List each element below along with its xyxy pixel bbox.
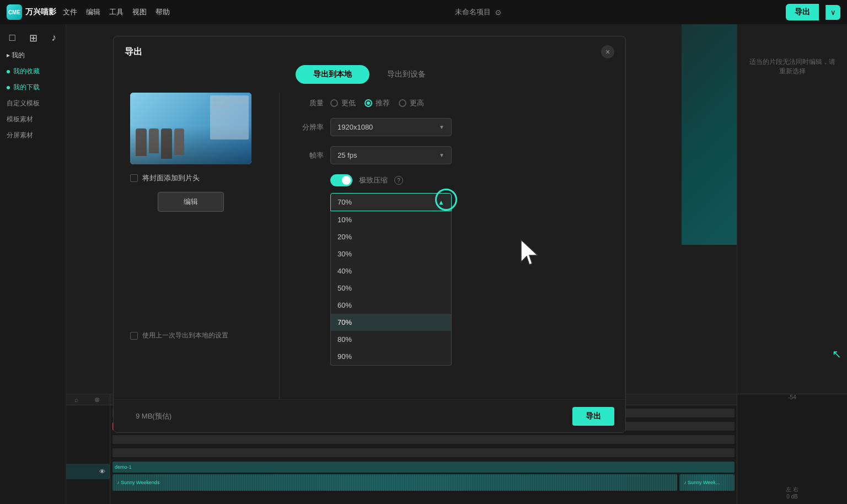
tab-device[interactable]: 导出到设备 [369, 65, 443, 84]
menu-tools[interactable]: 工具 [109, 7, 124, 17]
option-80[interactable]: 80% [331, 331, 451, 348]
dropdown-options-list: 10% 20% 30% 40% 50% 60% 70% 80% 90% [330, 211, 452, 366]
project-status-icon: ⊙ [495, 8, 501, 17]
sidebar-item-template[interactable]: 模板素材 [0, 111, 66, 127]
use-prev-row: 使用上一次导出到本地的设置 [130, 331, 251, 351]
menu-edit[interactable]: 编辑 [86, 7, 100, 17]
dropdown-arrow-icon: ▲ [438, 199, 444, 206]
right-panel: 适当的片段无法同时编辑，请重新选择 ↖ [737, 24, 847, 394]
quality-recommended-dot [364, 99, 372, 107]
option-60[interactable]: 60% [331, 297, 451, 314]
vis-icon-demo[interactable]: 👁 [99, 468, 105, 475]
quality-lower[interactable]: 更低 [330, 98, 356, 108]
compression-dropdown-container: 70% ▲ 10% 20% 30% 40% 50% 60% 70% 80% 90… [291, 193, 614, 211]
quality-higher[interactable]: 更高 [399, 98, 424, 108]
track-4 [112, 435, 735, 444]
dialog-close-button[interactable]: × [601, 45, 614, 58]
dialog-title-bar: 导出 × [114, 36, 625, 65]
fps-row: 帧率 25 fps ▼ [291, 146, 614, 164]
cover-checkbox[interactable] [130, 174, 138, 182]
quality-recommended[interactable]: 推荐 [364, 98, 390, 108]
option-10[interactable]: 10% [331, 211, 451, 228]
menu-view[interactable]: 视图 [132, 7, 147, 17]
quality-lower-dot [330, 99, 338, 107]
sidebar-item-download[interactable]: 我的下载 [0, 79, 66, 95]
fps-arrow-icon: ▼ [439, 152, 444, 158]
top-menu: 文件 编辑 工具 视图 帮助 [63, 7, 170, 17]
audio-track: ♪ Sunny Weekends [112, 474, 677, 491]
dropdown-input[interactable]: 70% ▲ [330, 193, 452, 211]
track-row-audio: ♪ Sunny Weekends ♪ Sunny Week... [110, 475, 737, 490]
delete-icon[interactable]: ⊗ [94, 396, 100, 404]
quality-label: 质量 [291, 98, 324, 108]
resolution-select[interactable]: 1920x1080 ▼ [330, 118, 452, 136]
quality-higher-label: 更高 [410, 98, 424, 108]
compression-toggle-row: 极致压缩 ? [291, 174, 614, 186]
export-action-button[interactable]: 导出 [572, 407, 614, 426]
quality-higher-dot [399, 99, 406, 107]
track-row-4 [110, 433, 737, 446]
option-70[interactable]: 70% [331, 314, 451, 331]
sidebar-label-custom: 自定义模板 [7, 99, 40, 108]
compression-toggle[interactable] [330, 174, 352, 186]
option-40[interactable]: 40% [331, 262, 451, 280]
sidebar-item-split[interactable]: 分屏素材 [0, 127, 66, 143]
top-center: 未命名项目 ⊙ [176, 7, 779, 17]
logo-icon: CME [7, 4, 22, 20]
search-icon[interactable]: ⌕ [74, 396, 78, 404]
option-90[interactable]: 90% [331, 348, 451, 365]
option-50[interactable]: 50% [331, 280, 451, 297]
dialog-body: 将封面添加到片头 编辑 使用上一次导出到本地的设置 质量 更低 [114, 93, 625, 422]
menu-help[interactable]: 帮助 [156, 7, 170, 17]
demo-clip[interactable]: demo-1 [112, 462, 735, 473]
people-figures [136, 128, 184, 159]
resolution-row: 分辨率 1920x1080 ▼ [291, 118, 614, 136]
sidebar-item-my[interactable]: ▸ 我的 [0, 47, 66, 63]
dialog-divider [279, 93, 280, 422]
icon-materials[interactable]: ⊞ [29, 32, 37, 44]
sidebar-label-collection: 我的收藏 [13, 67, 40, 76]
option-30[interactable]: 30% [331, 245, 451, 262]
track-row-3 [110, 446, 737, 459]
app-name: 万兴喵影 [25, 7, 56, 17]
fps-select[interactable]: 25 fps ▼ [330, 146, 452, 164]
size-estimate: 9 MB(预估) [136, 411, 171, 421]
export-chevron-button[interactable]: ∨ [825, 5, 840, 20]
export-dialog: 导出 × 导出到本地 导出到设备 [113, 36, 626, 433]
person-4 [174, 128, 184, 155]
quality-radio-group: 更低 推荐 更高 [330, 98, 424, 108]
quality-lower-label: 更低 [341, 98, 356, 108]
cover-checkbox-row: 将封面添加到片头 [130, 173, 251, 183]
dialog-title: 导出 [125, 46, 142, 58]
use-prev-checkbox[interactable] [130, 332, 138, 340]
settings-panel: 质量 更低 推荐 更高 [291, 93, 614, 422]
building-windows [210, 95, 249, 110]
sidebar-item-collection[interactable]: 我的收藏 [0, 63, 66, 79]
edit-button[interactable]: 编辑 [158, 192, 224, 212]
fps-value: 25 fps [337, 151, 357, 159]
resolution-label: 分辨率 [291, 122, 324, 132]
download-indicator [7, 86, 10, 89]
person-3 [161, 128, 172, 159]
project-title: 未命名项目 [455, 7, 491, 17]
db-zero-label: 0 dB [786, 494, 798, 500]
quality-row: 质量 更低 推荐 更高 [291, 98, 614, 108]
icon-audio[interactable]: ♪ [51, 32, 56, 44]
db-meter: -54 左 右 0 dB [737, 394, 847, 504]
tab-local[interactable]: 导出到本地 [296, 65, 369, 84]
export-button[interactable]: 导出 [786, 4, 819, 20]
left-sidebar: □ ⊞ ♪ ▸ 我的 我的收藏 我的下载 自定义模板 模板素材 分屏素材 [0, 24, 66, 504]
icon-my-assets[interactable]: □ [9, 32, 15, 44]
top-bar: CME 万兴喵影 文件 编辑 工具 视图 帮助 未命名项目 ⊙ 导出 ∨ [0, 0, 847, 24]
sidebar-label-template: 模板素材 [7, 115, 33, 124]
right-panel-message: 适当的片段无法同时编辑，请重新选择 [737, 24, 847, 76]
right-panel-cursor-icon: ↖ [832, 347, 841, 361]
sidebar-label-my: ▸ 我的 [7, 51, 25, 60]
menu-file[interactable]: 文件 [63, 7, 77, 17]
app-logo: CME 万兴喵影 [7, 4, 56, 20]
compression-percent-dropdown[interactable]: 70% ▲ 10% 20% 30% 40% 50% 60% 70% 80% 90… [330, 193, 452, 211]
option-20[interactable]: 20% [331, 228, 451, 245]
lr-label: 左 右 [786, 486, 798, 494]
help-icon[interactable]: ? [394, 176, 403, 185]
sidebar-item-custom[interactable]: 自定义模板 [0, 95, 66, 111]
